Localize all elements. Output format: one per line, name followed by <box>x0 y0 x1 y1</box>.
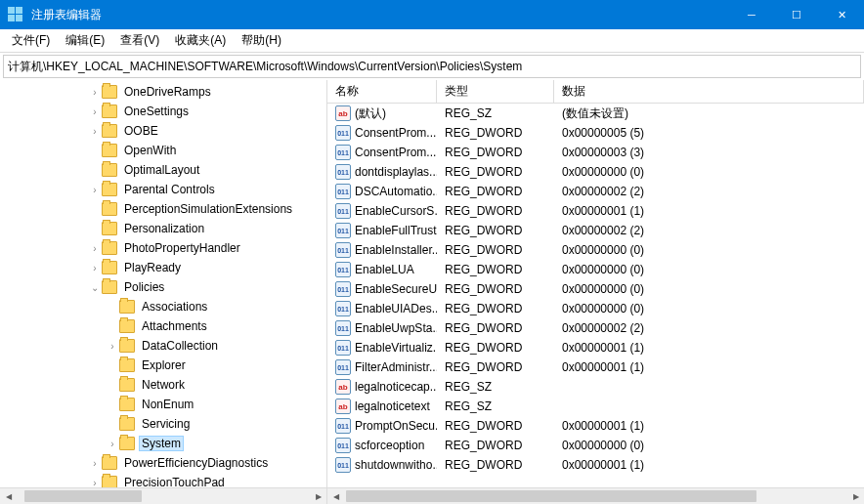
scroll-left-icon[interactable]: ◀ <box>0 488 17 505</box>
list-row[interactable]: 011dontdisplaylas...REG_DWORD0x00000000 … <box>327 162 864 182</box>
tree-item-label: Personalization <box>121 221 207 236</box>
value-data: 0x00000001 (1) <box>554 419 864 433</box>
value-data: 0x00000001 (1) <box>554 360 864 374</box>
tree-item-label: PowerEfficiencyDiagnostics <box>121 455 271 471</box>
list-hscroll[interactable]: ◀ ▶ <box>327 487 864 504</box>
list-row[interactable]: 011EnableSecureU...REG_DWORD0x00000000 (… <box>327 279 864 299</box>
tree-item[interactable]: Associations <box>0 297 326 316</box>
col-header-type[interactable]: 类型 <box>437 80 554 103</box>
tree-item[interactable]: OpenWith <box>0 141 326 160</box>
list-row[interactable]: 011EnableUIADes...REG_DWORD0x00000000 (0… <box>327 299 864 318</box>
dword-value-icon: 011 <box>335 145 351 160</box>
tree-item[interactable]: Servicing <box>0 414 326 434</box>
dword-value-icon: 011 <box>335 262 351 277</box>
list-row[interactable]: 011DSCAutomatio...REG_DWORD0x00000002 (2… <box>327 182 864 201</box>
tree-item[interactable]: ›System <box>0 434 326 453</box>
list-row[interactable]: ab(默认)REG_SZ(数值未设置) <box>327 104 864 123</box>
chevron-right-icon[interactable]: › <box>106 341 119 352</box>
value-name: EnableVirtualiz... <box>355 341 437 355</box>
folder-icon <box>102 280 117 294</box>
value-type: REG_DWORD <box>437 263 554 276</box>
value-type: REG_DWORD <box>437 321 554 335</box>
menu-favorites[interactable]: 收藏夹(A) <box>167 30 234 51</box>
chevron-right-icon[interactable]: › <box>106 439 119 449</box>
chevron-right-icon[interactable]: › <box>88 458 102 469</box>
list-row[interactable]: 011EnableFullTrust...REG_DWORD0x00000002… <box>327 221 864 240</box>
list-row[interactable]: 011EnableCursorS...REG_DWORD0x00000001 (… <box>327 201 864 221</box>
chevron-right-icon[interactable]: › <box>88 478 102 488</box>
tree-item[interactable]: Network <box>0 375 326 395</box>
folder-icon <box>119 437 135 450</box>
chevron-right-icon[interactable]: › <box>88 106 102 117</box>
tree-item[interactable]: ›Parental Controls <box>0 180 326 199</box>
titlebar[interactable]: 注册表编辑器 ─ ☐ ✕ <box>0 0 864 29</box>
list-row[interactable]: 011scforceoptionREG_DWORD0x00000000 (0) <box>327 436 864 455</box>
tree-item[interactable]: PerceptionSimulationExtensions <box>0 199 326 219</box>
tree-item[interactable]: NonEnum <box>0 395 326 414</box>
tree-item[interactable]: ›PowerEfficiencyDiagnostics <box>0 453 326 473</box>
list-row[interactable]: 011ConsentProm...REG_DWORD0x00000005 (5) <box>327 123 864 143</box>
tree-item[interactable]: ›PhotoPropertyHandler <box>0 238 326 258</box>
minimize-button[interactable]: ─ <box>729 0 774 29</box>
value-data: 0x00000002 (2) <box>554 224 864 237</box>
folder-icon <box>102 85 117 99</box>
list-row[interactable]: 011EnableUwpSta...REG_DWORD0x00000002 (2… <box>327 318 864 338</box>
chevron-down-icon[interactable]: ⌄ <box>88 282 102 293</box>
value-data: 0x00000001 (1) <box>554 458 864 472</box>
maximize-button[interactable]: ☐ <box>774 0 819 29</box>
list-row[interactable]: 011FilterAdministr...REG_DWORD0x00000001… <box>327 357 864 377</box>
folder-icon <box>119 417 135 431</box>
dword-value-icon: 011 <box>335 223 351 238</box>
close-button[interactable]: ✕ <box>819 0 864 29</box>
window-title: 注册表编辑器 <box>31 7 729 23</box>
col-header-name[interactable]: 名称 <box>327 80 437 103</box>
tree-item[interactable]: ›PlayReady <box>0 258 326 277</box>
tree-item[interactable]: Explorer <box>0 356 326 375</box>
tree-item[interactable]: ⌄Policies <box>0 277 326 297</box>
list-row[interactable]: 011shutdownwitho...REG_DWORD0x00000001 (… <box>327 455 864 475</box>
list-row[interactable]: 011PromptOnSecu...REG_DWORD0x00000001 (1… <box>327 416 864 436</box>
tree-item-label: Associations <box>139 299 210 315</box>
address-bar[interactable]: 计算机\HKEY_LOCAL_MACHINE\SOFTWARE\Microsof… <box>3 55 861 78</box>
chevron-right-icon[interactable]: › <box>88 126 102 137</box>
scroll-right-icon[interactable]: ▶ <box>310 488 326 505</box>
menu-help[interactable]: 帮助(H) <box>234 30 289 51</box>
chevron-right-icon[interactable]: › <box>88 263 102 273</box>
chevron-right-icon[interactable]: › <box>88 185 102 195</box>
menu-file[interactable]: 文件(F) <box>4 30 58 51</box>
value-data: 0x00000003 (3) <box>554 146 864 159</box>
tree-item[interactable]: OptimalLayout <box>0 160 326 180</box>
dword-value-icon: 011 <box>335 281 351 297</box>
folder-icon <box>119 398 135 411</box>
value-name: shutdownwitho... <box>355 458 437 472</box>
list-row[interactable]: ablegalnoticecap...REG_SZ <box>327 377 864 397</box>
list-row[interactable]: 011EnableInstaller...REG_DWORD0x00000000… <box>327 240 864 260</box>
tree-item[interactable]: ›OneDriveRamps <box>0 82 326 102</box>
tree-item[interactable]: ›OneSettings <box>0 102 326 121</box>
tree-item[interactable]: ›OOBE <box>0 121 326 141</box>
list-row[interactable]: 011EnableLUAREG_DWORD0x00000000 (0) <box>327 260 864 279</box>
scroll-right-icon[interactable]: ▶ <box>847 488 864 505</box>
chevron-right-icon[interactable]: › <box>88 87 102 98</box>
scroll-left-icon[interactable]: ◀ <box>327 488 344 505</box>
tree-item[interactable]: ›DataCollection <box>0 336 326 356</box>
tree-item-label: OpenWith <box>121 143 179 158</box>
tree-item-label: OptimalLayout <box>121 162 202 178</box>
tree-item[interactable]: Attachments <box>0 316 326 336</box>
tree-item[interactable]: ›PrecisionTouchPad <box>0 473 326 487</box>
tree-item[interactable]: Personalization <box>0 219 326 238</box>
dword-value-icon: 011 <box>335 438 351 453</box>
value-name: EnableInstaller... <box>355 243 437 257</box>
col-header-data[interactable]: 数据 <box>554 80 864 103</box>
folder-icon <box>102 163 117 177</box>
tree-hscroll[interactable]: ◀ ▶ <box>0 487 326 504</box>
menu-view[interactable]: 查看(V) <box>112 30 167 51</box>
list-row[interactable]: ablegalnoticetextREG_SZ <box>327 397 864 416</box>
list-row[interactable]: 011ConsentProm...REG_DWORD0x00000003 (3) <box>327 143 864 162</box>
tree-pane: ›OneDriveRamps›OneSettings›OOBEOpenWithO… <box>0 80 327 504</box>
list-row[interactable]: 011EnableVirtualiz...REG_DWORD0x00000001… <box>327 338 864 357</box>
tree-item-label: System <box>139 436 184 451</box>
value-type: REG_DWORD <box>437 439 554 452</box>
menu-edit[interactable]: 编辑(E) <box>58 30 112 51</box>
chevron-right-icon[interactable]: › <box>88 243 102 254</box>
